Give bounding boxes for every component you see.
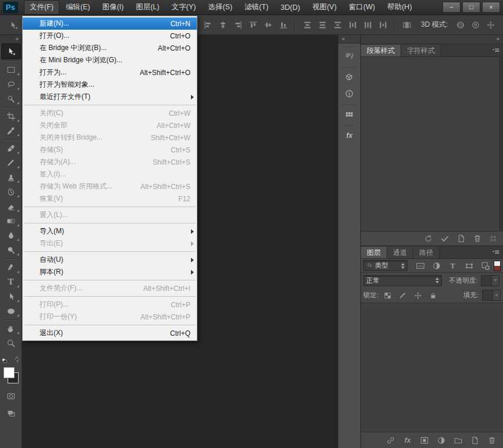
styles-panel-icon[interactable]: fx (338, 127, 360, 144)
align-left-edges-icon[interactable] (201, 18, 214, 31)
maximize-button[interactable]: □ (462, 2, 480, 13)
rectangular-marquee-tool[interactable] (1, 62, 21, 77)
load-default-styles-icon[interactable] (423, 233, 434, 244)
menubar-item-layer[interactable]: 图层(L) (130, 0, 165, 15)
swatches-panel-icon[interactable] (338, 106, 360, 123)
filter-adjustment-layers-icon[interactable] (431, 260, 442, 271)
tab-character-styles[interactable]: 字符样式 (401, 45, 441, 56)
tab-paragraph-styles[interactable]: 段落样式 (361, 45, 401, 56)
tab-channels[interactable]: 通道 (387, 247, 413, 258)
distribute-left-edges-icon[interactable] (346, 18, 359, 31)
crop-tool[interactable] (1, 109, 21, 123)
filter-shape-layers-icon[interactable] (463, 260, 474, 271)
spot-healing-brush-tool[interactable] (1, 141, 21, 155)
layer-filtering-toggle[interactable] (494, 261, 501, 271)
3d-roll-icon[interactable] (469, 18, 482, 31)
menubar-item-window[interactable]: 窗口(W) (343, 0, 381, 15)
menubar-item-3d[interactable]: 3D(D) (275, 1, 306, 14)
delete-layer-icon[interactable] (487, 435, 497, 446)
lock-position-icon[interactable] (412, 290, 423, 301)
filter-pixel-layers-icon[interactable] (415, 260, 426, 271)
type-tool[interactable]: T (1, 275, 21, 289)
distribute-top-edges-icon[interactable] (300, 18, 314, 31)
dodge-tool[interactable] (1, 243, 21, 257)
add-layer-mask-icon[interactable] (419, 435, 430, 446)
layer-style-icon[interactable]: fx (402, 435, 413, 446)
distribute-right-edges-icon[interactable] (376, 18, 389, 31)
3d-pan-icon[interactable] (484, 18, 497, 31)
file-menu-item-open-as[interactable]: 打开为...Alt+Shift+Ctrl+O (23, 66, 197, 79)
info-panel-icon[interactable] (338, 86, 360, 102)
auto-align-layers-icon[interactable] (400, 18, 413, 31)
commit-changes-icon[interactable] (440, 233, 450, 244)
file-menu-item-open-as-smart-object[interactable]: 打开为智能对象... (23, 79, 197, 91)
move-tool[interactable] (1, 44, 21, 59)
3d-rotate-icon[interactable] (454, 18, 467, 31)
layer-filter-type-dropdown[interactable]: 类型 (363, 260, 408, 271)
pen-tool[interactable] (1, 260, 21, 275)
blend-mode-dropdown[interactable]: 正常 (363, 275, 442, 286)
menubar-item-edit[interactable]: 编辑(E) (60, 0, 96, 15)
filter-smart-objects-icon[interactable] (480, 260, 491, 271)
paragraph-styles-panel-icon[interactable] (338, 48, 360, 65)
tab-paths[interactable]: 路径 (413, 247, 440, 258)
file-menu-item-exit[interactable]: 退出(X)Ctrl+Q (23, 327, 197, 339)
file-menu-item-open-recent[interactable]: 最近打开文件(T) (23, 91, 197, 103)
brush-tool[interactable] (1, 155, 21, 170)
tools-panel-collapse-button[interactable]: » (0, 35, 22, 44)
eyedropper-tool[interactable] (1, 123, 21, 138)
foreground-color-swatch[interactable] (3, 367, 15, 378)
align-right-edges-icon[interactable] (231, 18, 245, 31)
distribute-bottom-edges-icon[interactable] (331, 18, 344, 31)
delete-style-icon[interactable] (472, 233, 483, 244)
panel-menu-icon[interactable] (490, 248, 501, 257)
file-menu-item-import[interactable]: 导入(M) (23, 225, 197, 237)
quick-mask-icon[interactable] (5, 390, 16, 401)
menubar-item-image[interactable]: 图像(I) (97, 0, 130, 15)
quick-selection-tool[interactable] (1, 91, 21, 106)
minimize-button[interactable]: − (442, 2, 461, 13)
lock-image-pixels-icon[interactable] (397, 290, 408, 301)
new-group-icon[interactable] (453, 435, 463, 446)
menubar-item-file[interactable]: 文件(F) (24, 0, 59, 15)
path-selection-tool[interactable] (1, 289, 21, 304)
distribute-horizontal-centers-icon[interactable] (361, 18, 374, 31)
file-menu-item-automate[interactable]: 自动(U) (23, 254, 197, 266)
gradient-tool[interactable] (1, 214, 21, 228)
menubar-item-view[interactable]: 视图(V) (306, 0, 342, 15)
link-layers-icon[interactable] (385, 435, 396, 446)
file-menu-item-open[interactable]: 打开(O)...Ctrl+O (23, 30, 197, 42)
zoom-tool[interactable] (1, 336, 21, 350)
clear-override-icon[interactable] (488, 233, 499, 244)
lock-all-icon[interactable] (427, 290, 438, 301)
menubar-item-type[interactable]: 文字(Y) (166, 0, 202, 15)
file-menu-item-new[interactable]: 新建(N)...Ctrl+N (23, 17, 197, 30)
align-bottom-edges-icon[interactable] (277, 18, 290, 31)
tab-layers[interactable]: 图层 (361, 247, 387, 258)
align-top-edges-icon[interactable] (246, 18, 260, 31)
blur-tool[interactable] (1, 228, 21, 243)
distribute-vertical-centers-icon[interactable] (316, 18, 329, 31)
menubar-item-select[interactable]: 选择(S) (202, 0, 238, 15)
new-adjustment-layer-icon[interactable] (436, 435, 447, 446)
screen-mode-icon[interactable] (5, 407, 16, 418)
menubar-item-help[interactable]: 帮助(H) (381, 0, 417, 15)
file-menu-item-scripts[interactable]: 脚本(R) (23, 266, 197, 278)
eraser-tool[interactable] (1, 199, 21, 214)
dock-expand-button[interactable]: « (338, 35, 360, 44)
file-menu-item-browse-in-mini-bridge[interactable]: 在 Mini Bridge 中浏览(G)... (23, 54, 197, 66)
hand-tool[interactable] (1, 321, 21, 336)
file-menu-item-browse-in-bridge[interactable]: 在 Bridge 中浏览(B)...Alt+Ctrl+O (23, 42, 197, 54)
close-button[interactable]: × (482, 2, 500, 13)
new-layer-icon[interactable] (470, 435, 480, 446)
panel-menu-icon[interactable] (490, 46, 501, 55)
align-vertical-centers-icon[interactable] (261, 18, 275, 31)
clone-stamp-tool[interactable] (1, 170, 21, 184)
new-style-icon[interactable] (456, 233, 466, 244)
history-brush-tool[interactable] (1, 184, 21, 199)
ellipse-tool[interactable] (1, 304, 21, 318)
filter-type-layers-icon[interactable]: T (447, 260, 458, 271)
align-horizontal-centers-icon[interactable] (216, 18, 229, 31)
panels-collapse-button[interactable]: » (361, 35, 503, 44)
swap-colors-icon[interactable] (12, 354, 23, 365)
